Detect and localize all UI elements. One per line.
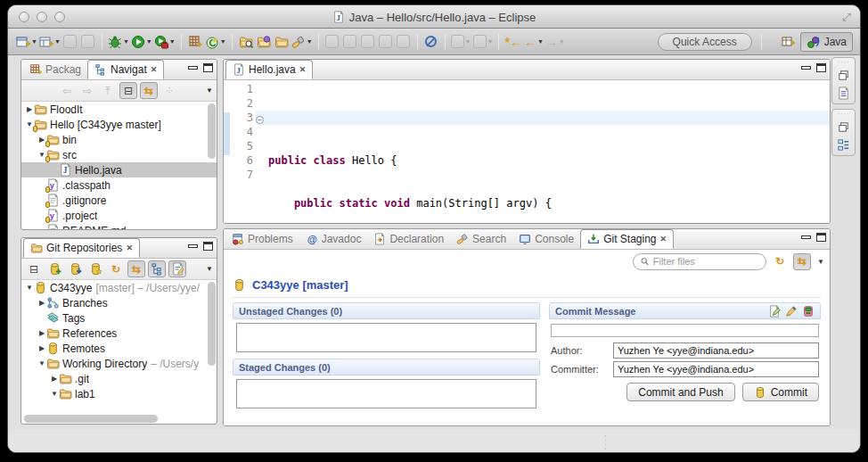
filter-files-input[interactable] [653,256,759,267]
new-wizard-button[interactable]: ▼ [15,32,38,52]
refresh-icon[interactable]: ↻ [107,260,125,277]
tab-problems[interactable]: Problems [225,229,299,249]
statusbar-drag-handle[interactable]: ···· [604,433,607,451]
tab-hello-java[interactable]: Hello.java ✕ [225,60,313,79]
back-button[interactable]: ←▼ [523,32,545,52]
new-project-grid-button[interactable] [186,32,204,52]
view-menu-icon[interactable]: ▼ [206,265,213,273]
link-with-selection-icon[interactable]: ⇆ [127,260,145,277]
restore-view-icon[interactable] [837,69,850,82]
amend-commit-icon[interactable] [768,305,781,318]
open-perspective-button[interactable] [775,33,800,51]
tab-navigator[interactable]: Navigat ✕ [87,60,164,79]
committer-input[interactable] [613,361,819,377]
filter-files-field[interactable] [633,253,766,270]
tab-git-repositories[interactable]: Git Repositories ✕ [23,238,140,258]
link-with-selection-icon[interactable]: ⇆ [793,253,811,270]
add-repository-icon[interactable] [45,260,63,277]
chevron-down-icon[interactable]: ▼ [37,359,46,367]
chevron-right-icon[interactable]: ▶ [50,375,59,383]
author-input[interactable] [613,342,819,359]
unstaged-changes-list[interactable] [236,323,536,352]
java-perspective-button[interactable]: Java [800,32,853,52]
vertical-scrollbar[interactable] [208,103,216,159]
tab-declaration[interactable]: Declaration [367,229,450,249]
chevron-right-icon[interactable]: ▶ [37,329,46,337]
refresh-icon[interactable]: ↻ [771,253,789,270]
tree-item[interactable]: ▼ lab1 [21,386,217,401]
commit-message-input[interactable] [551,324,819,337]
chevron-right-icon[interactable]: ▶ [25,105,34,113]
commit-button[interactable]: Commit [742,383,819,401]
staged-changes-list[interactable] [236,379,536,408]
minimize-view-icon[interactable] [801,66,811,70]
tree-item[interactable]: .project [21,208,217,223]
signed-off-by-icon[interactable] [785,305,798,318]
maximize-view-icon[interactable] [816,63,826,72]
restore-view-icon[interactable] [837,120,850,134]
tree-item[interactable]: README.md [21,223,217,230]
tree-item[interactable]: ▼ Hello [C343yye master] [21,117,217,132]
vertical-scrollbar[interactable] [208,282,216,366]
horizontal-scrollbar[interactable] [24,415,158,423]
tab-package-explorer[interactable]: Packag [23,60,87,79]
tab-javadoc[interactable]: Javadoc [299,229,368,249]
maximize-view-icon[interactable] [203,63,213,72]
maximize-view-icon[interactable] [816,233,826,242]
tree-item[interactable]: ▼ src [21,147,217,162]
last-edit-location-button[interactable]: *← [504,32,522,52]
hierarchical-layout-icon[interactable] [148,260,166,277]
chevron-right-icon[interactable]: ▶ [37,344,46,352]
tab-console[interactable]: Console [512,229,580,249]
change-id-icon[interactable] [802,305,815,318]
minimize-view-icon[interactable] [801,235,811,239]
tree-item[interactable]: ▶ bin [21,132,217,147]
minimize-view-icon[interactable] [188,244,198,248]
task-list-icon[interactable] [837,87,850,100]
branch-hierarchy-icon[interactable] [168,260,186,277]
link-with-editor-icon[interactable]: ⇆ [140,82,158,99]
tree-item[interactable]: ▶ FloodIt [21,102,217,117]
search-button[interactable]: ▼ [291,32,314,52]
view-menu-icon[interactable]: ▼ [817,258,824,266]
run-button[interactable]: ▼ [130,32,153,52]
tree-item[interactable]: .classpath [21,177,217,193]
clone-repository-icon[interactable] [66,260,84,277]
collapse-all-icon[interactable]: ⊟ [119,82,137,99]
chevron-down-icon[interactable]: ▼ [25,284,34,292]
new-java-project-button[interactable]: ▼ [38,32,61,52]
tree-item[interactable]: ▶ Branches [21,295,217,310]
close-icon[interactable]: ✕ [299,65,307,74]
close-icon[interactable]: ✕ [151,65,158,74]
open-type-button[interactable] [255,32,273,52]
collapse-all-icon[interactable]: ⊟ [25,260,43,277]
minimize-view-icon[interactable] [188,66,198,70]
quick-access-button[interactable]: Quick Access [658,33,752,51]
debug-button[interactable]: ▼ [107,32,130,52]
close-icon[interactable]: ✕ [126,243,133,252]
tree-item[interactable]: .gitignore [21,193,217,208]
tree-item[interactable]: ▼ C343yye [master] – /Users/yye/ [21,280,217,295]
view-menu-icon[interactable]: ▼ [206,87,213,95]
tab-search[interactable]: Search [450,229,512,249]
fullscreen-icon[interactable]: ⤢ [840,11,853,23]
external-tools-button[interactable]: ▼ [153,32,176,52]
chevron-down-icon[interactable]: ▼ [50,390,59,398]
drag-handle[interactable]: ···· [838,111,849,116]
tree-item[interactable]: ▶ .git [21,371,217,386]
outline-icon[interactable] [837,138,850,152]
drag-handle[interactable]: ···· [838,60,849,64]
close-icon[interactable]: ✕ [660,235,667,243]
maximize-view-icon[interactable] [203,242,213,251]
tree-item[interactable]: ▶ Remotes [21,341,217,356]
code-editor[interactable]: 1 2 3 4 5 6 7 – public class Hello { pub… [224,80,830,223]
chevron-right-icon[interactable]: ▶ [37,299,46,307]
tree-item[interactable]: ▼ Working Directory – /Users/y [21,356,217,371]
commit-and-push-button[interactable]: Commit and Push [626,383,734,401]
tab-git-staging[interactable]: Git Staging ✕ [580,229,674,249]
tree-item-selected[interactable]: Hello.java [21,162,217,177]
open-resource-button[interactable] [273,32,291,52]
fold-collapse-icon[interactable]: – [256,116,264,124]
tree-item[interactable]: ▶ References [21,326,217,341]
create-repository-icon[interactable] [86,260,104,277]
